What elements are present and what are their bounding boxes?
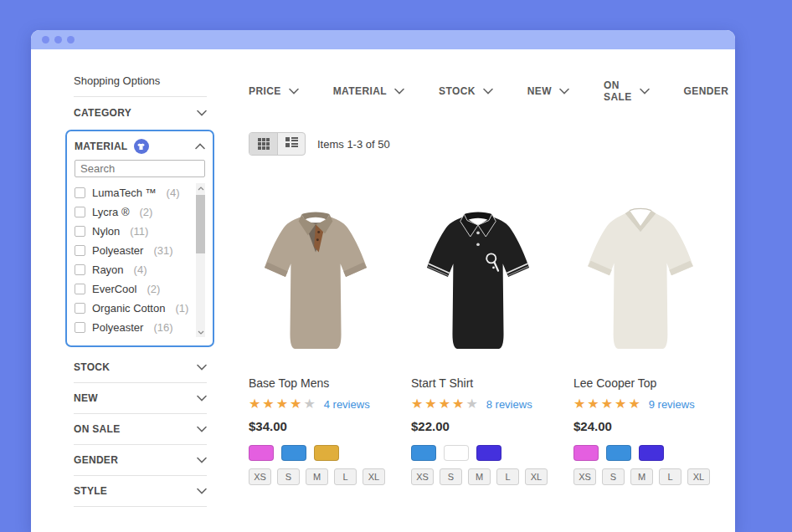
size-button[interactable]: XL <box>687 468 710 485</box>
color-swatch[interactable] <box>444 445 469 461</box>
size-button[interactable]: XL <box>363 468 385 485</box>
scroll-down-icon[interactable] <box>198 327 204 337</box>
section-label: ON SALE <box>74 423 120 435</box>
sidebar-section-material[interactable]: MATERIAL <box>75 137 205 156</box>
sidebar-section-style[interactable]: STYLE <box>74 476 207 507</box>
size-button[interactable]: S <box>602 468 625 485</box>
product-rating: ★★★★★ 9 reviews <box>573 396 707 412</box>
material-option[interactable]: Polyeaster (16) <box>75 318 192 337</box>
checkbox[interactable] <box>75 264 85 275</box>
product-card: Start T Shirt ★★★★★ 8 reviews $22.00 XS … <box>411 190 545 485</box>
color-swatch[interactable] <box>411 445 436 461</box>
section-label: CATEGORY <box>74 107 131 119</box>
color-swatch[interactable] <box>639 445 664 461</box>
star-icon: ★ <box>587 396 600 411</box>
product-image-black-polo[interactable] <box>411 190 545 366</box>
sidebar-section-category[interactable]: CATEGORY <box>74 97 207 128</box>
checkbox[interactable] <box>75 245 85 256</box>
scroll-up-icon[interactable] <box>198 183 204 193</box>
star-icon: ★ <box>615 396 628 411</box>
size-button[interactable]: XS <box>573 468 596 485</box>
reviews-link[interactable]: 9 reviews <box>649 398 695 411</box>
star-icon: ★ <box>573 396 587 411</box>
star-icon: ★ <box>262 396 275 411</box>
checkbox[interactable] <box>75 284 85 294</box>
star-icon: ★ <box>276 396 290 411</box>
checkbox[interactable] <box>75 226 85 237</box>
filter-label: STOCK <box>439 85 476 97</box>
sidebar-section-on-sale[interactable]: ON SALE <box>74 414 207 445</box>
filter-label: GENDER <box>684 85 729 97</box>
reviews-link[interactable]: 8 reviews <box>486 398 532 411</box>
color-swatch[interactable] <box>476 445 501 461</box>
star-icon: ★ <box>290 396 303 411</box>
checkbox[interactable] <box>75 322 85 333</box>
list-view-button[interactable] <box>277 133 305 155</box>
product-image-white-vneck[interactable] <box>573 190 707 366</box>
scrollbar-thumb[interactable] <box>196 195 205 253</box>
size-button[interactable]: M <box>630 468 653 485</box>
product-name[interactable]: Start T Shirt <box>411 376 545 390</box>
star-icon: ★ <box>439 396 452 411</box>
material-option[interactable]: Organic Cotton (1) <box>75 299 192 318</box>
chevron-down-icon <box>197 426 207 432</box>
color-swatch[interactable] <box>281 445 306 461</box>
material-option[interactable]: LumaTech ™ (4) <box>75 183 192 202</box>
product-rating: ★★★★★ 4 reviews <box>249 396 383 412</box>
material-option[interactable]: Nylon (11) <box>75 222 192 241</box>
product-image-tan-polo[interactable] <box>249 190 383 366</box>
filter-dropdown-new[interactable]: NEW <box>527 79 569 103</box>
material-search-input[interactable] <box>75 160 205 177</box>
star-icon: ★ <box>465 396 479 411</box>
size-button[interactable]: XL <box>525 468 548 485</box>
grid-view-button[interactable] <box>249 133 277 155</box>
size-button[interactable]: M <box>468 468 491 485</box>
star-rating: ★★★★★ <box>249 396 317 412</box>
sidebar-section-gender[interactable]: GENDER <box>74 445 207 476</box>
sidebar-section-stock[interactable]: STOCK <box>74 352 207 383</box>
filter-dropdown-on-sale[interactable]: ON SALE <box>604 79 650 103</box>
checkbox[interactable] <box>75 207 85 217</box>
filter-dropdown-stock[interactable]: STOCK <box>439 79 493 103</box>
material-option[interactable]: Lycra ® (2) <box>75 202 192 222</box>
window-dot-icon[interactable] <box>54 36 62 43</box>
checkbox[interactable] <box>75 303 85 314</box>
sidebar-section-new[interactable]: NEW <box>74 383 207 414</box>
size-button[interactable]: S <box>440 468 462 485</box>
list-scrollbar[interactable] <box>196 183 205 337</box>
color-swatches <box>411 445 545 461</box>
product-name[interactable]: Lee Cooper Top <box>573 376 707 390</box>
material-option-label: Rayon <box>92 263 124 276</box>
size-button[interactable]: M <box>306 468 328 485</box>
size-button[interactable]: L <box>334 468 357 485</box>
material-option[interactable]: Rayon (4) <box>75 260 192 279</box>
filter-dropdown-material[interactable]: MATERIAL <box>333 79 404 103</box>
checkbox[interactable] <box>75 187 85 198</box>
filter-dropdown-gender[interactable]: GENDER <box>684 79 735 103</box>
chevron-down-icon <box>640 88 650 95</box>
size-button[interactable]: L <box>496 468 519 485</box>
material-option-count: (31) <box>153 244 172 257</box>
product-price: $24.00 <box>573 419 707 433</box>
size-button[interactable]: L <box>659 468 681 485</box>
window-dot-icon[interactable] <box>67 36 75 43</box>
color-swatch[interactable] <box>573 445 599 461</box>
color-swatch[interactable] <box>606 445 631 461</box>
chevron-down-icon <box>197 110 207 116</box>
tshirt-badge-icon <box>134 139 149 154</box>
size-button[interactable]: XS <box>249 468 271 485</box>
material-option[interactable]: EverCool (2) <box>75 279 192 299</box>
size-button[interactable]: S <box>277 468 300 485</box>
material-option[interactable]: Polyeaster (31) <box>75 241 192 260</box>
window-dot-icon[interactable] <box>42 36 49 43</box>
reviews-link[interactable]: 4 reviews <box>324 398 370 411</box>
color-swatch[interactable] <box>249 445 274 461</box>
product-card: Base Top Mens ★★★★★ 4 reviews $34.00 XS … <box>249 190 383 485</box>
filter-dropdown-price[interactable]: PRICE <box>249 79 299 103</box>
color-swatch[interactable] <box>314 445 339 461</box>
product-name[interactable]: Base Top Mens <box>249 376 383 390</box>
product-card: Lee Cooper Top ★★★★★ 9 reviews $24.00 XS… <box>573 190 707 485</box>
filter-label: NEW <box>527 85 552 97</box>
size-button[interactable]: XS <box>411 468 434 485</box>
star-icon: ★ <box>452 396 465 411</box>
